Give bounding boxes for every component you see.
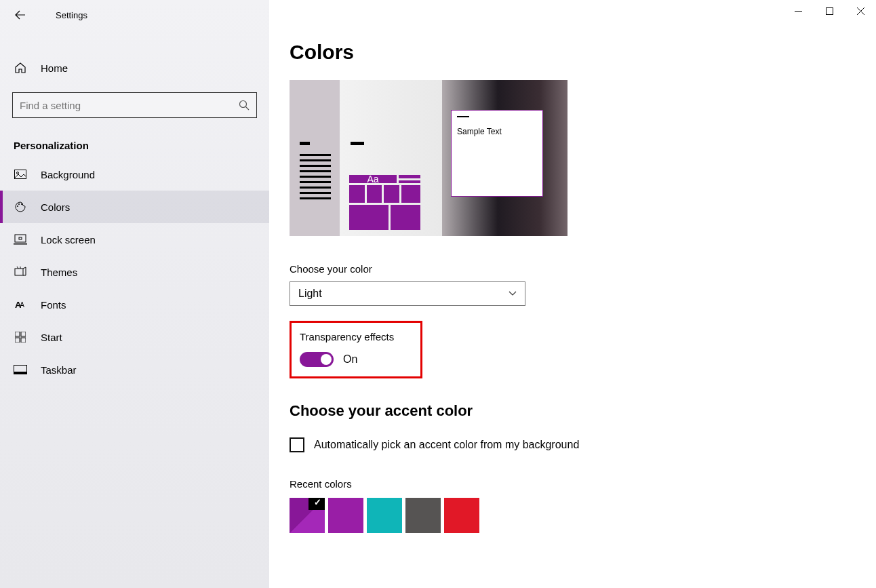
- home-icon: [14, 61, 27, 75]
- home-label: Home: [41, 62, 68, 74]
- nav-label: Background: [41, 169, 95, 180]
- svg-rect-7: [15, 235, 26, 242]
- nav-label: Taskbar: [41, 364, 77, 376]
- fonts-icon: AA: [14, 298, 27, 311]
- accent-section-title: Choose your accent color: [290, 402, 876, 420]
- svg-rect-10: [15, 269, 23, 275]
- color-preview: Aa Sample Text: [290, 80, 568, 236]
- picture-icon: [14, 168, 27, 181]
- minimize-icon: [795, 7, 802, 15]
- sidebar-item-lock-screen[interactable]: Lock screen: [0, 223, 269, 256]
- sidebar-item-themes[interactable]: Themes: [0, 256, 269, 288]
- color-swatch[interactable]: [290, 498, 325, 533]
- search-icon: [239, 100, 250, 111]
- back-button[interactable]: [12, 7, 28, 23]
- preview-sample-window: Sample Text: [451, 110, 543, 197]
- svg-rect-9: [19, 237, 22, 239]
- preview-aa: Aa: [367, 174, 378, 184]
- sidebar-item-home[interactable]: Home: [0, 52, 269, 84]
- auto-accent-label: Automatically pick an accent color from …: [314, 439, 579, 451]
- nav-label: Start: [41, 332, 62, 343]
- color-mode-dropdown[interactable]: Light: [290, 281, 525, 306]
- svg-rect-13: [15, 338, 20, 342]
- preview-sample-text: Sample Text: [457, 127, 537, 136]
- transparency-state: On: [343, 353, 357, 366]
- color-swatch[interactable]: [328, 498, 363, 533]
- taskbar-icon: [14, 363, 27, 376]
- nav-label: Themes: [41, 267, 77, 278]
- sidebar-item-taskbar[interactable]: Taskbar: [0, 353, 269, 386]
- transparency-toggle[interactable]: [300, 352, 334, 367]
- sidebar-item-background[interactable]: Background: [0, 158, 269, 191]
- svg-rect-12: [21, 332, 26, 336]
- search-box[interactable]: [12, 92, 257, 118]
- palette-icon: [14, 200, 27, 214]
- nav-label: Fonts: [41, 299, 66, 311]
- titlebar: Settings: [0, 0, 269, 30]
- themes-icon: [14, 265, 27, 279]
- maximize-icon: [826, 7, 833, 15]
- recent-colors-row: [290, 498, 876, 533]
- color-swatch[interactable]: [367, 498, 402, 533]
- page-title: Colors: [290, 41, 876, 64]
- svg-rect-18: [826, 7, 833, 14]
- color-swatch[interactable]: [405, 498, 441, 533]
- app-title: Settings: [56, 10, 87, 20]
- window-controls: [782, 0, 876, 22]
- close-icon: [857, 7, 864, 15]
- close-button[interactable]: [845, 0, 876, 22]
- auto-accent-checkbox-row[interactable]: Automatically pick an accent color from …: [290, 437, 876, 452]
- svg-rect-16: [14, 372, 27, 374]
- sidebar-item-colors[interactable]: Colors: [0, 191, 269, 223]
- lock-screen-icon: [14, 233, 27, 246]
- sidebar-section-header: Personalization: [0, 126, 269, 158]
- recent-colors-label: Recent colors: [290, 478, 876, 490]
- svg-line-1: [246, 107, 250, 111]
- color-swatch[interactable]: [444, 498, 479, 533]
- sidebar-item-fonts[interactable]: AA Fonts: [0, 288, 269, 321]
- svg-point-0: [240, 101, 247, 108]
- dropdown-value: Light: [298, 288, 322, 300]
- svg-rect-8: [14, 243, 27, 245]
- maximize-button[interactable]: [814, 0, 845, 22]
- svg-point-3: [17, 172, 19, 174]
- svg-rect-2: [15, 170, 26, 179]
- svg-point-4: [17, 205, 18, 207]
- content-area: Colors Aa Sample Text Choose your color: [269, 0, 876, 588]
- transparency-highlight: Transparency effects On: [290, 321, 422, 378]
- chevron-down-icon: [509, 291, 517, 296]
- sidebar: Settings Home Personalization Background…: [0, 0, 269, 588]
- auto-accent-checkbox[interactable]: [290, 437, 304, 452]
- svg-rect-11: [15, 332, 20, 336]
- minimize-button[interactable]: [782, 0, 814, 22]
- preview-start-menu: Aa: [300, 142, 420, 230]
- svg-point-6: [21, 203, 22, 205]
- transparency-label: Transparency effects: [300, 331, 412, 342]
- nav-label: Colors: [41, 201, 70, 213]
- choose-color-label: Choose your color: [290, 263, 876, 275]
- sidebar-item-start[interactable]: Start: [0, 321, 269, 353]
- svg-point-5: [18, 203, 20, 205]
- search-input[interactable]: [20, 100, 239, 111]
- back-arrow-icon: [15, 9, 26, 20]
- start-icon: [14, 330, 27, 344]
- nav-label: Lock screen: [41, 234, 96, 246]
- svg-rect-14: [21, 338, 26, 342]
